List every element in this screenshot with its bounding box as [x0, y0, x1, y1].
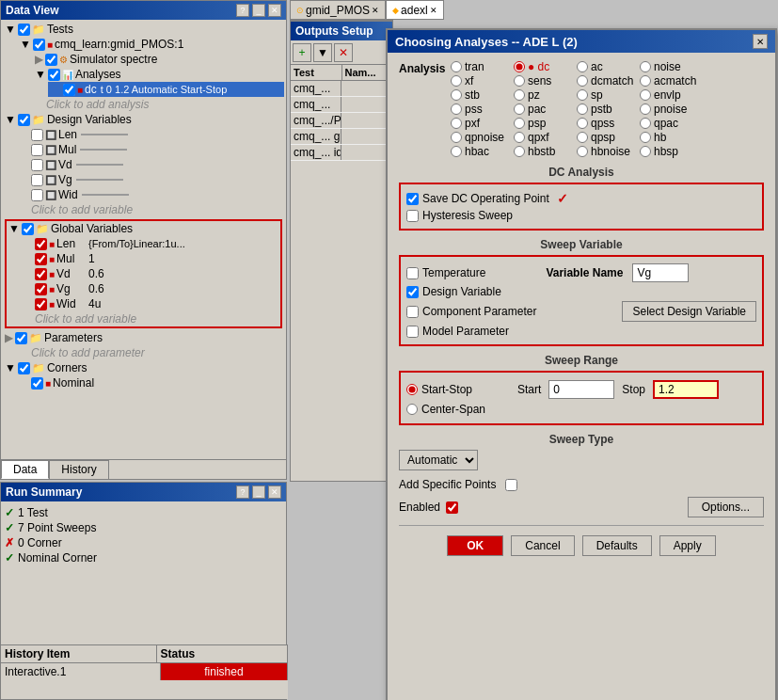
model-param-checkbox[interactable]: [406, 326, 419, 338]
design-vars-checkbox[interactable]: [18, 114, 30, 126]
variable-name-input[interactable]: [632, 263, 689, 282]
gv-vd-cb[interactable]: [35, 268, 47, 280]
dialog-close-button[interactable]: ✕: [753, 34, 768, 49]
tab-adexl[interactable]: ◆ adexl ✕: [386, 0, 444, 20]
cmq-learn-checkbox[interactable]: [33, 39, 45, 51]
radio-qpnoise[interactable]: qpnoise: [451, 131, 512, 144]
dv-len-cb[interactable]: [31, 129, 43, 141]
radio-hbsp[interactable]: hbsp: [640, 145, 701, 158]
dv-wid-cb[interactable]: [31, 189, 43, 201]
start-stop-radio[interactable]: [406, 384, 418, 395]
apply-button[interactable]: Apply: [659, 535, 716, 556]
radio-sens[interactable]: sens: [514, 74, 575, 88]
outputs-row-1[interactable]: cmq_...: [291, 97, 392, 113]
radio-qpsp[interactable]: qpsp: [577, 131, 638, 144]
sweep-type-select[interactable]: Automatic: [399, 450, 478, 470]
center-span-radio[interactable]: [406, 404, 418, 415]
delete-output-button[interactable]: ✕: [334, 43, 353, 62]
cmq-learn-node[interactable]: ▼ ■ cmq_learn:gmid_PMOS:1: [18, 37, 284, 52]
radio-pz[interactable]: pz: [514, 88, 575, 102]
radio-ac[interactable]: ac: [577, 60, 638, 73]
gv-mul[interactable]: ■ Mul 1: [33, 251, 280, 266]
dv-vd-cb[interactable]: [31, 159, 43, 171]
history-row-0[interactable]: Interactive.1 finished: [1, 663, 288, 680]
simulator-checkbox[interactable]: [45, 54, 57, 66]
adexl-tab-close[interactable]: ✕: [430, 6, 437, 15]
radio-qpxf[interactable]: qpxf: [514, 131, 575, 144]
analyses-node[interactable]: ▼ 📊 Analyses: [33, 67, 284, 82]
global-vars-checkbox[interactable]: [22, 223, 34, 235]
radio-pxf[interactable]: pxf: [451, 117, 512, 130]
dv-len[interactable]: 🔲 Len: [29, 127, 284, 142]
analyses-checkbox[interactable]: [48, 69, 60, 81]
dv-mul[interactable]: 🔲 Mul: [29, 142, 284, 157]
radio-stb[interactable]: stb: [451, 88, 512, 102]
gv-wid-cb[interactable]: [35, 298, 47, 310]
radio-hbstb[interactable]: hbstb: [514, 145, 575, 158]
tab-data[interactable]: Data: [1, 460, 49, 479]
dv-vg[interactable]: 🔲 Vg: [29, 172, 284, 187]
click-to-add-analysis[interactable]: Click to add analysis: [33, 97, 284, 112]
ok-button[interactable]: OK: [447, 535, 503, 556]
radio-noise[interactable]: noise: [640, 60, 701, 73]
gv-vg[interactable]: ■ Vg 0.6: [33, 281, 280, 296]
radio-hbac[interactable]: hbac: [451, 145, 512, 158]
design-variable-checkbox[interactable]: [406, 286, 419, 298]
radio-acmatch[interactable]: acmatch: [640, 74, 701, 88]
component-param-checkbox[interactable]: [406, 306, 419, 318]
radio-pstb[interactable]: pstb: [577, 103, 638, 116]
gv-wid[interactable]: ■ Wid 4u: [33, 296, 280, 311]
gv-len-cb[interactable]: [35, 238, 47, 250]
add-specific-points-checkbox[interactable]: [505, 479, 517, 491]
tests-checkbox[interactable]: [18, 24, 30, 36]
radio-qpac[interactable]: qpac: [640, 117, 701, 130]
design-vars-node[interactable]: ▼ 📁 Design Variables: [3, 112, 284, 127]
help-button[interactable]: ?: [236, 4, 249, 17]
select-design-variable-button[interactable]: Select Design Variable: [622, 301, 756, 322]
rs-close-button[interactable]: ✕: [268, 485, 281, 499]
radio-dc[interactable]: ● dc: [514, 60, 575, 73]
radio-sp[interactable]: sp: [577, 88, 638, 102]
arrow-down-button[interactable]: ▼: [313, 43, 332, 62]
corners-checkbox[interactable]: [18, 362, 30, 374]
stop-input[interactable]: [653, 380, 719, 399]
corners-node[interactable]: ▼ 📁 Corners: [3, 360, 284, 375]
click-to-add-dv[interactable]: Click to add variable: [29, 202, 284, 217]
gmid-tab-close[interactable]: ✕: [372, 6, 379, 15]
dc-checkbox[interactable]: [63, 84, 75, 96]
dc-analysis-node[interactable]: ■ dc t 0 1.2 Automatic Start-Stop: [48, 82, 284, 97]
simulator-node[interactable]: ▶ ⚙ Simulator spectre: [33, 52, 284, 67]
click-to-add-param[interactable]: Click to add parameter: [29, 345, 284, 360]
dv-wid[interactable]: 🔲 Wid: [29, 187, 284, 202]
temperature-checkbox[interactable]: [406, 267, 419, 279]
nominal-cb[interactable]: [31, 377, 43, 390]
minimize-button[interactable]: _: [252, 4, 265, 17]
tab-gmid-pmos[interactable]: ⊙ gmid_PMOS ✕: [290, 0, 386, 20]
add-output-button[interactable]: +: [293, 43, 311, 62]
parameters-checkbox[interactable]: [15, 332, 27, 344]
global-vars-node[interactable]: ▼ 📁 Global Variables: [7, 221, 280, 236]
outputs-row-2[interactable]: cmq_.../PM0: [291, 113, 392, 129]
cancel-button[interactable]: Cancel: [511, 535, 574, 556]
close-button[interactable]: ✕: [268, 4, 281, 17]
save-dc-checkbox[interactable]: [406, 193, 419, 205]
outputs-row-0[interactable]: cmq_...: [291, 81, 392, 97]
parameters-node[interactable]: ▶ 📁 Parameters: [3, 330, 284, 345]
outputs-row-3[interactable]: cmq_... gmro: [291, 129, 392, 145]
radio-tran[interactable]: tran: [451, 60, 512, 73]
tests-node[interactable]: ▼ 📁 Tests: [3, 22, 284, 37]
radio-xf[interactable]: xf: [451, 74, 512, 88]
dv-mul-cb[interactable]: [31, 144, 43, 156]
hysteresis-checkbox[interactable]: [406, 210, 419, 222]
rs-help-button[interactable]: ?: [236, 485, 249, 499]
radio-qpss[interactable]: qpss: [577, 117, 638, 130]
nominal-corner[interactable]: ■ Nominal: [29, 375, 284, 390]
options-button[interactable]: Options...: [688, 497, 764, 517]
radio-pss[interactable]: pss: [451, 103, 512, 116]
defaults-button[interactable]: Defaults: [582, 535, 652, 556]
tab-history[interactable]: History: [49, 460, 108, 479]
gv-vg-cb[interactable]: [35, 283, 47, 295]
radio-pnoise[interactable]: pnoise: [640, 103, 701, 116]
dv-vd[interactable]: 🔲 Vd: [29, 157, 284, 172]
gv-mul-cb[interactable]: [35, 253, 47, 265]
